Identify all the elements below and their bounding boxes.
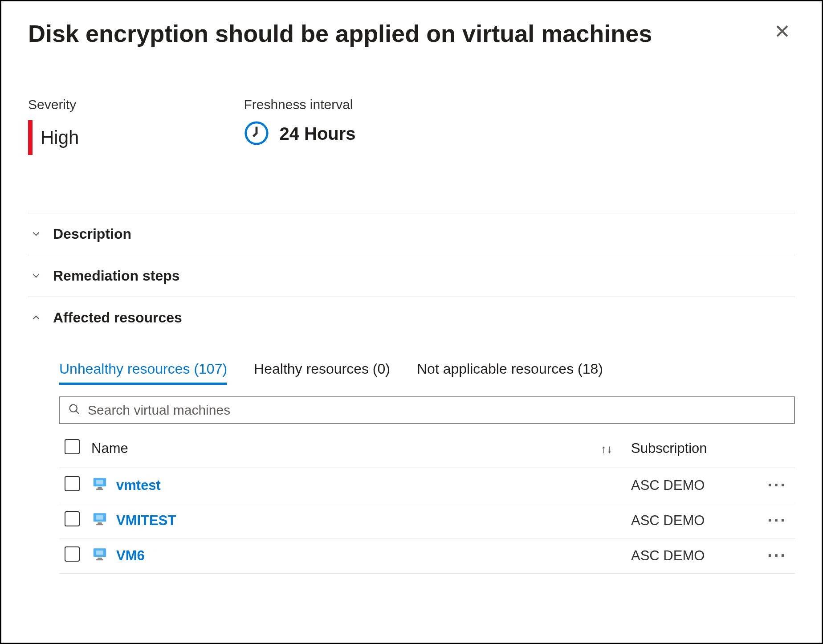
severity-block: Severity High bbox=[28, 97, 79, 155]
select-all-checkbox[interactable] bbox=[65, 439, 80, 454]
page-title: Disk encryption should be applied on vir… bbox=[28, 19, 652, 48]
vm-icon bbox=[91, 510, 108, 531]
svg-rect-11 bbox=[96, 550, 103, 555]
svg-rect-13 bbox=[96, 559, 103, 560]
vm-link[interactable]: VMITEST bbox=[116, 513, 176, 529]
svg-point-1 bbox=[70, 404, 77, 412]
severity-value: High bbox=[41, 127, 79, 148]
row-checkbox[interactable] bbox=[65, 511, 80, 526]
svg-rect-5 bbox=[96, 489, 103, 490]
resources-table: Name ↑↓ Subscription vmtest bbox=[59, 428, 795, 574]
section-description-title: Description bbox=[53, 226, 131, 242]
table-row: vmtest ASC DEMO ··· bbox=[59, 468, 795, 503]
svg-rect-3 bbox=[96, 480, 103, 485]
svg-rect-7 bbox=[96, 515, 103, 520]
tab-unhealthy[interactable]: Unhealthy resources (107) bbox=[59, 361, 227, 385]
more-icon[interactable]: ··· bbox=[767, 546, 787, 565]
svg-rect-9 bbox=[96, 524, 103, 525]
vm-link[interactable]: VM6 bbox=[116, 548, 145, 564]
chevron-down-icon bbox=[30, 269, 42, 282]
more-icon[interactable]: ··· bbox=[767, 476, 787, 494]
severity-label: Severity bbox=[28, 97, 79, 112]
table-row: VMITEST ASC DEMO ··· bbox=[59, 503, 795, 538]
tab-healthy[interactable]: Healthy resources (0) bbox=[254, 361, 390, 385]
row-checkbox[interactable] bbox=[65, 546, 80, 562]
freshness-label: Freshness interval bbox=[244, 97, 355, 112]
table-row: VM6 ASC DEMO ··· bbox=[59, 538, 795, 573]
svg-rect-4 bbox=[98, 487, 102, 489]
close-icon[interactable]: ✕ bbox=[770, 19, 795, 44]
search-input[interactable] bbox=[88, 403, 786, 418]
svg-rect-8 bbox=[98, 522, 102, 524]
freshness-block: Freshness interval 24 Hours bbox=[244, 97, 355, 155]
search-icon bbox=[68, 403, 81, 417]
more-icon[interactable]: ··· bbox=[767, 511, 787, 530]
col-subscription[interactable]: Subscription bbox=[626, 428, 759, 468]
vm-icon bbox=[91, 475, 108, 496]
freshness-value: 24 Hours bbox=[279, 124, 355, 144]
tab-not-applicable[interactable]: Not applicable resources (18) bbox=[417, 361, 603, 385]
severity-bar-icon bbox=[28, 120, 33, 155]
vm-link[interactable]: vmtest bbox=[116, 477, 161, 493]
subscription-value: ASC DEMO bbox=[626, 538, 759, 573]
section-remediation-title: Remediation steps bbox=[53, 268, 180, 284]
section-affected[interactable]: Affected resources bbox=[28, 297, 795, 338]
row-checkbox[interactable] bbox=[65, 476, 80, 491]
vm-icon bbox=[91, 546, 108, 566]
clock-icon bbox=[244, 120, 269, 148]
subscription-value: ASC DEMO bbox=[626, 503, 759, 538]
search-box[interactable] bbox=[59, 396, 795, 424]
section-affected-title: Affected resources bbox=[53, 310, 182, 326]
section-description[interactable]: Description bbox=[28, 213, 795, 255]
col-name[interactable]: Name bbox=[86, 428, 586, 468]
svg-rect-12 bbox=[98, 558, 102, 559]
chevron-down-icon bbox=[30, 228, 42, 240]
subscription-value: ASC DEMO bbox=[626, 468, 759, 503]
sort-icon[interactable]: ↑↓ bbox=[601, 442, 612, 456]
section-remediation[interactable]: Remediation steps bbox=[28, 255, 795, 297]
chevron-up-icon bbox=[30, 311, 42, 324]
